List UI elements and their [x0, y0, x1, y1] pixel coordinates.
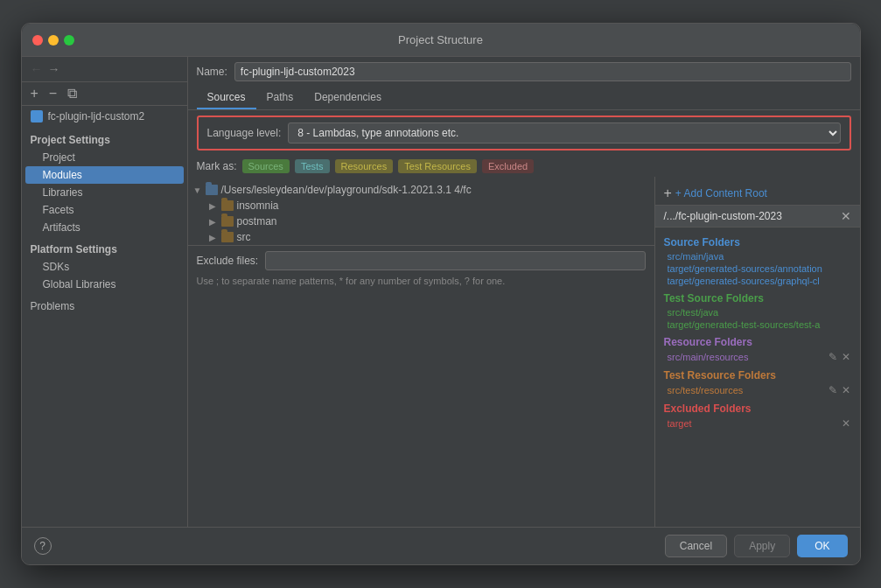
mark-test-resources-button[interactable]: Test Resources [398, 159, 477, 173]
tree-folder-icon [206, 185, 218, 195]
tab-sources[interactable]: Sources [197, 87, 256, 109]
add-module-button[interactable]: + [29, 86, 40, 102]
exclude-files-input[interactable] [265, 251, 645, 270]
sidebar-item-global-libraries[interactable]: Global Libraries [22, 276, 187, 293]
cancel-button[interactable]: Cancel [665, 535, 727, 557]
close-button[interactable] [32, 35, 43, 46]
test-source-folders-title: Test Source Folders [655, 287, 860, 306]
exclude-files-hint: Use ; to separate name patterns, * for a… [188, 276, 654, 291]
exclude-files-label: Exclude files: [197, 255, 259, 267]
language-level-label: Language level: [207, 127, 282, 139]
mark-tests-button[interactable]: Tests [295, 159, 330, 173]
resource-folder-entry-0: src/main/resources ✎ ✕ [655, 350, 860, 364]
sidebar-nav: ← → [22, 57, 187, 82]
maximize-button[interactable] [64, 35, 74, 46]
sidebar-item-artifacts[interactable]: Artifacts [22, 219, 187, 236]
tree-collapse-icon: ▼ [193, 186, 202, 195]
language-level-row: Language level: 8 - Lambdas, type annota… [197, 116, 851, 150]
excluded-folder-remove-button[interactable]: ✕ [841, 417, 851, 430]
test-source-folder-entry-1: target/generated-test-sources/test-a [655, 318, 860, 331]
sidebar-item-facets[interactable]: Facets [22, 201, 187, 219]
test-resource-folders-title: Test Resource Folders [655, 364, 860, 383]
footer-right: Cancel Apply OK [665, 535, 848, 557]
main-area: Name: Sources Paths Dependencies Languag… [188, 57, 860, 527]
sidebar-item-modules[interactable]: Modules [25, 166, 184, 184]
tree-folder-src-icon [221, 232, 234, 242]
apply-button[interactable]: Apply [734, 535, 790, 557]
test-resource-folder-remove-button[interactable]: ✕ [841, 384, 851, 396]
name-row: Name: [188, 57, 860, 87]
test-source-folder-path-0: src/test/java [668, 307, 851, 318]
module-item[interactable]: fc-plugin-ljd-custom2 [22, 106, 187, 127]
test-source-folder-entry-0: src/test/java [655, 306, 860, 318]
source-folder-path-0: src/main/java [668, 251, 851, 262]
exclude-files-row: Exclude files: [188, 245, 654, 276]
sidebar-item-project[interactable]: Project [22, 149, 187, 166]
add-content-root-button[interactable]: + + Add Content Root [655, 182, 860, 205]
add-content-root-label: + Add Content Root [675, 187, 767, 200]
sidebar-item-libraries[interactable]: Libraries [22, 184, 187, 201]
tree-root-item[interactable]: ▼ /Users/lesleydean/dev/playground/sdk-1… [188, 182, 654, 198]
content-area: ← → + − ⧉ fc-plugin-ljd-custom2 Project … [22, 57, 860, 527]
name-input[interactable] [234, 62, 851, 81]
copy-module-button[interactable]: ⧉ [66, 86, 79, 102]
source-folder-path-2: target/generated-sources/graphql-cl [668, 276, 851, 286]
tree-panel: ▼ /Users/lesleydean/dev/playground/sdk-1… [188, 177, 654, 527]
module-toolbar: + − ⧉ [22, 82, 187, 106]
excluded-folders-title: Excluded Folders [655, 397, 860, 416]
excluded-folder-entry-0: target ✕ [655, 416, 860, 430]
excluded-folder-path-0: target [668, 418, 837, 429]
tab-dependencies[interactable]: Dependencies [304, 87, 392, 109]
module-icon [31, 110, 43, 122]
title-bar: Project Structure [22, 24, 860, 57]
tree-item-insomnia[interactable]: ▶ insomnia [188, 198, 654, 214]
footer-left: ? [34, 537, 52, 555]
sidebar-item-problems[interactable]: Problems [22, 293, 187, 315]
test-source-folder-path-1: target/generated-test-sources/test-a [668, 319, 851, 330]
traffic-lights [32, 35, 74, 46]
root-close-button[interactable]: ✕ [841, 209, 851, 223]
help-button[interactable]: ? [34, 537, 52, 555]
resource-folder-path-0: src/main/resources [668, 352, 824, 362]
resource-folder-remove-button[interactable]: ✕ [841, 351, 851, 363]
tab-paths[interactable]: Paths [256, 87, 304, 109]
language-level-select[interactable]: 8 - Lambdas, type annotations etc. [288, 122, 840, 144]
tree-item-src[interactable]: ▶ src [188, 229, 654, 245]
mark-resources-button[interactable]: Resources [335, 159, 394, 173]
remove-module-button[interactable]: − [47, 86, 59, 102]
resource-folder-edit-button[interactable]: ✎ [828, 351, 838, 363]
split-area: ▼ /Users/lesleydean/dev/playground/sdk-1… [188, 177, 860, 527]
tree-folder-postman-icon [221, 216, 234, 227]
source-folder-path-1: target/generated-sources/annotation [668, 263, 851, 274]
back-arrow-icon[interactable]: ← [31, 62, 43, 76]
project-structure-window: Project Structure ← → + − ⧉ fc-plugin-lj… [21, 23, 861, 565]
excluded-folder-actions: ✕ [841, 417, 851, 430]
tree-item-label: insomnia [237, 200, 279, 212]
ok-button[interactable]: OK [797, 535, 847, 557]
tree-item-postman[interactable]: ▶ postman [188, 214, 654, 229]
module-name: fc-plugin-ljd-custom2 [48, 110, 145, 122]
mark-as-row: Mark as: Sources Tests Resources Test Re… [188, 156, 860, 177]
test-resource-folder-edit-button[interactable]: ✎ [828, 384, 838, 396]
platform-settings-header: Platform Settings [22, 236, 187, 258]
minimize-button[interactable] [48, 35, 59, 46]
sidebar-item-sdks[interactable]: SDKs [22, 258, 187, 276]
resource-folders-title: Resource Folders [655, 331, 860, 350]
test-resource-folder-path-0: src/test/resources [668, 385, 824, 396]
forward-arrow-icon[interactable]: → [48, 62, 60, 76]
source-folder-entry-0: src/main/java [655, 250, 860, 262]
tree-arrow-icon-2: ▶ [209, 217, 218, 227]
test-resource-folder-actions: ✎ ✕ [828, 384, 851, 396]
tree-arrow-icon: ▶ [209, 201, 218, 211]
mark-excluded-button[interactable]: Excluded [482, 159, 534, 173]
source-folders-title: Source Folders [655, 231, 860, 250]
source-folder-entry-2: target/generated-sources/graphql-cl [655, 275, 860, 287]
tree-item-label-2: postman [237, 215, 277, 228]
window-title: Project Structure [398, 33, 483, 46]
sidebar: ← → + − ⧉ fc-plugin-ljd-custom2 Project … [22, 57, 188, 527]
mark-sources-button[interactable]: Sources [242, 159, 290, 173]
right-panel: + + Add Content Root /.../fc-plugin-cust… [654, 177, 860, 527]
tree-folder-insomnia-icon [221, 200, 234, 211]
tree-item-label-3: src [237, 231, 251, 243]
test-resource-folder-entry-0: src/test/resources ✎ ✕ [655, 383, 860, 397]
